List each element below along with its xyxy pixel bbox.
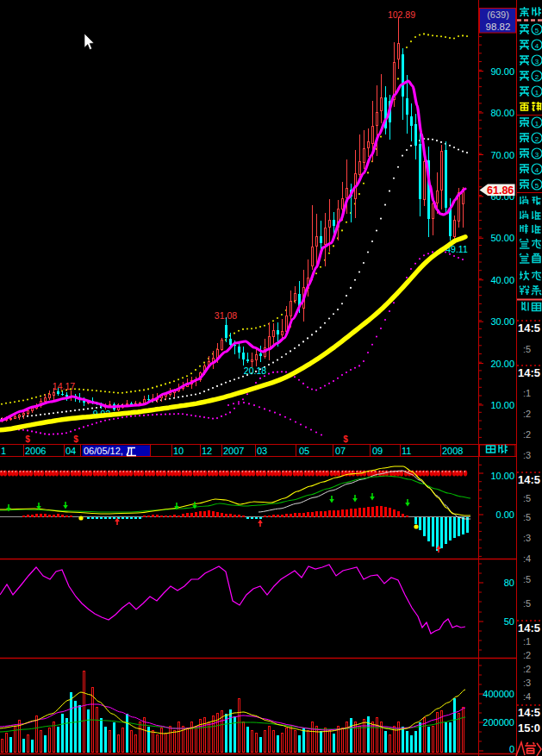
svg-text:2007: 2007 — [223, 446, 244, 456]
svg-text:31.08: 31.08 — [215, 310, 237, 321]
svg-text::3: :3 — [523, 533, 531, 543]
svg-text::2: :2 — [523, 664, 531, 674]
svg-text:15:0: 15:0 — [518, 722, 540, 734]
svg-text:$: $ — [343, 434, 348, 444]
svg-text::5: :5 — [523, 574, 531, 584]
svg-text::3: :3 — [523, 678, 531, 688]
svg-text:0.00: 0.00 — [496, 509, 514, 520]
svg-text:2008: 2008 — [442, 446, 463, 456]
svg-text:3: 3 — [535, 151, 539, 159]
svg-text:5: 5 — [535, 182, 539, 190]
svg-text:$: $ — [25, 434, 30, 444]
svg-text:2: 2 — [535, 135, 539, 143]
svg-text:5: 5 — [535, 27, 539, 34]
svg-text:90.00: 90.00 — [490, 66, 514, 77]
svg-text:12: 12 — [202, 446, 212, 456]
svg-text:50.00: 50.00 — [490, 233, 514, 243]
svg-text:2: 2 — [535, 73, 539, 81]
svg-text:102.89: 102.89 — [388, 9, 415, 20]
svg-text:14:5: 14:5 — [518, 366, 540, 379]
svg-text::5: :5 — [523, 598, 531, 609]
svg-text::3: :3 — [523, 450, 531, 460]
svg-text::1: :1 — [523, 388, 531, 398]
svg-text:1: 1 — [1, 446, 6, 456]
svg-text:05: 05 — [299, 446, 309, 456]
svg-text::2: :2 — [523, 409, 531, 419]
svg-text:$: $ — [73, 434, 78, 444]
svg-text:11: 11 — [402, 446, 411, 456]
svg-text:10.00: 10.00 — [490, 471, 514, 481]
svg-text::2: :2 — [523, 429, 531, 440]
svg-text:09: 09 — [372, 446, 383, 456]
svg-text:70.00: 70.00 — [490, 150, 514, 160]
svg-text:61.86: 61.86 — [487, 184, 514, 197]
svg-text::4: :4 — [523, 691, 531, 702]
svg-text::1: :1 — [523, 636, 531, 647]
svg-text:2006: 2006 — [25, 446, 46, 456]
svg-text:200000: 200000 — [483, 717, 514, 728]
svg-text:04: 04 — [65, 446, 76, 456]
svg-text:07: 07 — [335, 446, 346, 456]
svg-text:0: 0 — [509, 744, 514, 754]
svg-text::5: :5 — [523, 512, 531, 522]
svg-text:4: 4 — [535, 42, 539, 50]
svg-text:10: 10 — [173, 446, 184, 456]
svg-text::4: :4 — [523, 553, 531, 564]
svg-text:20.00: 20.00 — [490, 359, 514, 369]
svg-text:06/05/12,: 06/05/12, — [84, 446, 123, 456]
svg-text:14.17: 14.17 — [53, 381, 75, 391]
svg-text::5: :5 — [523, 344, 531, 354]
svg-text:1: 1 — [535, 89, 539, 97]
svg-text:80.00: 80.00 — [490, 108, 514, 118]
svg-text:50: 50 — [504, 616, 514, 627]
svg-text:14:5: 14:5 — [518, 622, 540, 634]
svg-text:14:5: 14:5 — [518, 322, 540, 334]
svg-text::2: :2 — [523, 650, 531, 660]
svg-text:(639): (639) — [487, 9, 509, 20]
svg-text:80: 80 — [504, 578, 514, 588]
svg-text:4: 4 — [535, 166, 539, 174]
svg-text:14:5: 14:5 — [518, 706, 540, 719]
svg-text:400000: 400000 — [483, 689, 514, 699]
svg-text:1: 1 — [535, 120, 539, 128]
svg-text:03: 03 — [257, 446, 267, 456]
svg-text:98.82: 98.82 — [486, 22, 511, 32]
svg-text:14:5: 14:5 — [518, 473, 540, 486]
svg-text:10.00: 10.00 — [490, 400, 514, 410]
svg-text:3: 3 — [535, 58, 539, 66]
svg-text:20.18: 20.18 — [244, 366, 266, 376]
svg-text:30.00: 30.00 — [490, 316, 514, 327]
svg-text:40.00: 40.00 — [490, 275, 514, 285]
svg-text::5: :5 — [523, 493, 531, 503]
